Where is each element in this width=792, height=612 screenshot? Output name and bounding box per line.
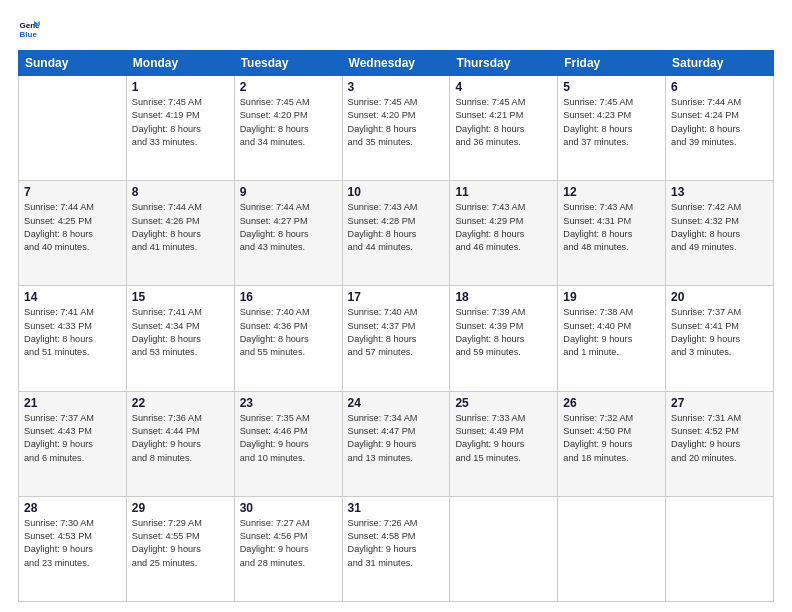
day-number: 8 (132, 185, 229, 199)
calendar-cell: 19Sunrise: 7:38 AMSunset: 4:40 PMDayligh… (558, 286, 666, 391)
day-number: 2 (240, 80, 337, 94)
calendar-cell: 29Sunrise: 7:29 AMSunset: 4:55 PMDayligh… (126, 496, 234, 601)
calendar-cell: 16Sunrise: 7:40 AMSunset: 4:36 PMDayligh… (234, 286, 342, 391)
svg-text:Blue: Blue (19, 30, 37, 39)
calendar-cell: 27Sunrise: 7:31 AMSunset: 4:52 PMDayligh… (666, 391, 774, 496)
svg-text:General: General (19, 21, 40, 30)
calendar-cell: 30Sunrise: 7:27 AMSunset: 4:56 PMDayligh… (234, 496, 342, 601)
day-info: Sunrise: 7:27 AMSunset: 4:56 PMDaylight:… (240, 517, 337, 570)
calendar-cell: 23Sunrise: 7:35 AMSunset: 4:46 PMDayligh… (234, 391, 342, 496)
day-info: Sunrise: 7:36 AMSunset: 4:44 PMDaylight:… (132, 412, 229, 465)
weekday-header-sunday: Sunday (19, 51, 127, 76)
header: General Blue (18, 18, 774, 40)
calendar-cell: 8Sunrise: 7:44 AMSunset: 4:26 PMDaylight… (126, 181, 234, 286)
logo: General Blue (18, 18, 44, 40)
calendar-cell: 14Sunrise: 7:41 AMSunset: 4:33 PMDayligh… (19, 286, 127, 391)
day-info: Sunrise: 7:44 AMSunset: 4:25 PMDaylight:… (24, 201, 121, 254)
day-number: 19 (563, 290, 660, 304)
calendar-cell: 12Sunrise: 7:43 AMSunset: 4:31 PMDayligh… (558, 181, 666, 286)
day-number: 28 (24, 501, 121, 515)
weekday-header-thursday: Thursday (450, 51, 558, 76)
weekday-header-wednesday: Wednesday (342, 51, 450, 76)
calendar-cell: 5Sunrise: 7:45 AMSunset: 4:23 PMDaylight… (558, 76, 666, 181)
weekday-header-saturday: Saturday (666, 51, 774, 76)
day-number: 10 (348, 185, 445, 199)
calendar-cell: 31Sunrise: 7:26 AMSunset: 4:58 PMDayligh… (342, 496, 450, 601)
calendar-cell: 26Sunrise: 7:32 AMSunset: 4:50 PMDayligh… (558, 391, 666, 496)
day-info: Sunrise: 7:32 AMSunset: 4:50 PMDaylight:… (563, 412, 660, 465)
calendar-cell: 4Sunrise: 7:45 AMSunset: 4:21 PMDaylight… (450, 76, 558, 181)
day-info: Sunrise: 7:45 AMSunset: 4:20 PMDaylight:… (348, 96, 445, 149)
day-info: Sunrise: 7:39 AMSunset: 4:39 PMDaylight:… (455, 306, 552, 359)
day-info: Sunrise: 7:29 AMSunset: 4:55 PMDaylight:… (132, 517, 229, 570)
calendar-cell: 25Sunrise: 7:33 AMSunset: 4:49 PMDayligh… (450, 391, 558, 496)
calendar-cell: 17Sunrise: 7:40 AMSunset: 4:37 PMDayligh… (342, 286, 450, 391)
day-number: 25 (455, 396, 552, 410)
day-number: 4 (455, 80, 552, 94)
day-info: Sunrise: 7:41 AMSunset: 4:34 PMDaylight:… (132, 306, 229, 359)
calendar-cell: 24Sunrise: 7:34 AMSunset: 4:47 PMDayligh… (342, 391, 450, 496)
day-number: 9 (240, 185, 337, 199)
day-info: Sunrise: 7:43 AMSunset: 4:29 PMDaylight:… (455, 201, 552, 254)
day-number: 22 (132, 396, 229, 410)
day-number: 7 (24, 185, 121, 199)
day-number: 29 (132, 501, 229, 515)
day-info: Sunrise: 7:30 AMSunset: 4:53 PMDaylight:… (24, 517, 121, 570)
day-info: Sunrise: 7:43 AMSunset: 4:31 PMDaylight:… (563, 201, 660, 254)
day-info: Sunrise: 7:40 AMSunset: 4:37 PMDaylight:… (348, 306, 445, 359)
day-info: Sunrise: 7:44 AMSunset: 4:26 PMDaylight:… (132, 201, 229, 254)
day-number: 16 (240, 290, 337, 304)
logo-icon: General Blue (18, 18, 40, 40)
day-number: 6 (671, 80, 768, 94)
weekday-header-monday: Monday (126, 51, 234, 76)
calendar-cell: 28Sunrise: 7:30 AMSunset: 4:53 PMDayligh… (19, 496, 127, 601)
calendar-cell: 6Sunrise: 7:44 AMSunset: 4:24 PMDaylight… (666, 76, 774, 181)
day-info: Sunrise: 7:34 AMSunset: 4:47 PMDaylight:… (348, 412, 445, 465)
day-number: 18 (455, 290, 552, 304)
day-number: 24 (348, 396, 445, 410)
day-info: Sunrise: 7:40 AMSunset: 4:36 PMDaylight:… (240, 306, 337, 359)
calendar-cell (19, 76, 127, 181)
day-info: Sunrise: 7:37 AMSunset: 4:43 PMDaylight:… (24, 412, 121, 465)
day-number: 26 (563, 396, 660, 410)
day-number: 1 (132, 80, 229, 94)
day-info: Sunrise: 7:43 AMSunset: 4:28 PMDaylight:… (348, 201, 445, 254)
day-number: 23 (240, 396, 337, 410)
calendar-cell: 22Sunrise: 7:36 AMSunset: 4:44 PMDayligh… (126, 391, 234, 496)
day-info: Sunrise: 7:45 AMSunset: 4:21 PMDaylight:… (455, 96, 552, 149)
day-info: Sunrise: 7:41 AMSunset: 4:33 PMDaylight:… (24, 306, 121, 359)
weekday-header-friday: Friday (558, 51, 666, 76)
day-info: Sunrise: 7:44 AMSunset: 4:24 PMDaylight:… (671, 96, 768, 149)
calendar-cell: 2Sunrise: 7:45 AMSunset: 4:20 PMDaylight… (234, 76, 342, 181)
calendar-cell: 21Sunrise: 7:37 AMSunset: 4:43 PMDayligh… (19, 391, 127, 496)
day-info: Sunrise: 7:45 AMSunset: 4:19 PMDaylight:… (132, 96, 229, 149)
day-number: 13 (671, 185, 768, 199)
day-info: Sunrise: 7:26 AMSunset: 4:58 PMDaylight:… (348, 517, 445, 570)
day-number: 15 (132, 290, 229, 304)
calendar-cell: 13Sunrise: 7:42 AMSunset: 4:32 PMDayligh… (666, 181, 774, 286)
day-info: Sunrise: 7:35 AMSunset: 4:46 PMDaylight:… (240, 412, 337, 465)
day-info: Sunrise: 7:42 AMSunset: 4:32 PMDaylight:… (671, 201, 768, 254)
calendar-cell (666, 496, 774, 601)
calendar-cell: 7Sunrise: 7:44 AMSunset: 4:25 PMDaylight… (19, 181, 127, 286)
day-number: 31 (348, 501, 445, 515)
day-number: 21 (24, 396, 121, 410)
calendar-cell: 9Sunrise: 7:44 AMSunset: 4:27 PMDaylight… (234, 181, 342, 286)
calendar-cell: 15Sunrise: 7:41 AMSunset: 4:34 PMDayligh… (126, 286, 234, 391)
calendar-cell: 1Sunrise: 7:45 AMSunset: 4:19 PMDaylight… (126, 76, 234, 181)
day-info: Sunrise: 7:37 AMSunset: 4:41 PMDaylight:… (671, 306, 768, 359)
calendar-cell (558, 496, 666, 601)
day-number: 30 (240, 501, 337, 515)
calendar-cell: 20Sunrise: 7:37 AMSunset: 4:41 PMDayligh… (666, 286, 774, 391)
day-number: 5 (563, 80, 660, 94)
day-info: Sunrise: 7:31 AMSunset: 4:52 PMDaylight:… (671, 412, 768, 465)
day-number: 11 (455, 185, 552, 199)
day-number: 14 (24, 290, 121, 304)
day-number: 3 (348, 80, 445, 94)
day-info: Sunrise: 7:45 AMSunset: 4:23 PMDaylight:… (563, 96, 660, 149)
day-number: 27 (671, 396, 768, 410)
day-number: 20 (671, 290, 768, 304)
calendar-cell: 3Sunrise: 7:45 AMSunset: 4:20 PMDaylight… (342, 76, 450, 181)
calendar-cell (450, 496, 558, 601)
day-number: 12 (563, 185, 660, 199)
